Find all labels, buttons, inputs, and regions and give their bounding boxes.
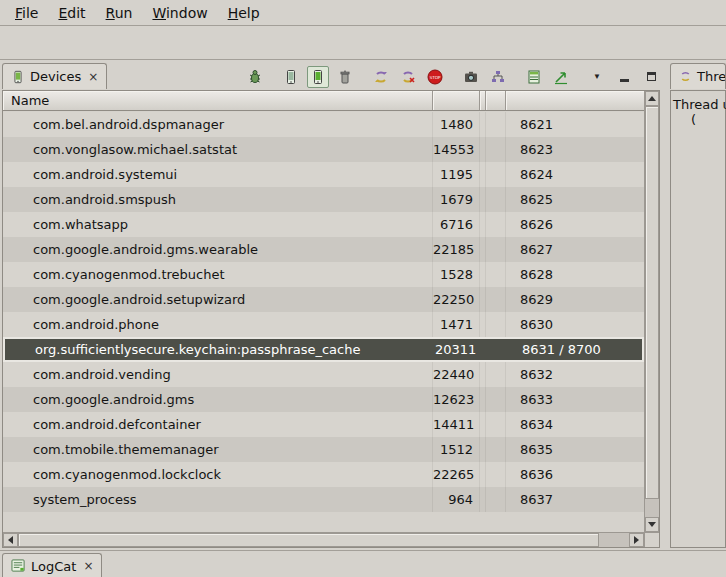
threads-message-line1: Thread up [671, 97, 725, 112]
tab-threads[interactable]: Threads × [670, 63, 726, 89]
scroll-right-button[interactable] [629, 533, 644, 547]
cell [486, 287, 506, 312]
dump-view-hierarchy-icon[interactable] [487, 66, 509, 88]
menu-window[interactable]: Window [143, 2, 216, 24]
scroll-down-button[interactable] [645, 517, 659, 532]
minimize-icon[interactable] [613, 66, 635, 88]
cell: com.android.smspush [3, 187, 433, 212]
vertical-scrollbar-thumb[interactable] [645, 106, 659, 499]
tab-logcat[interactable]: LogCat × [2, 553, 102, 577]
cell: 8623 [506, 137, 644, 162]
horizontal-scrollbar[interactable] [3, 532, 644, 547]
cell: 8630 [506, 312, 644, 337]
update-threads-icon[interactable] [370, 66, 392, 88]
threads-tabbar: Threads × [670, 63, 726, 90]
table-row[interactable]: com.android.vending224408632 [3, 362, 644, 387]
cell: com.whatsapp [3, 212, 433, 237]
table-row[interactable]: com.google.android.gms126238633 [3, 387, 644, 412]
table-row[interactable]: com.google.android.setupwizard222508629 [3, 287, 644, 312]
tab-devices[interactable]: Devices × [2, 63, 107, 89]
table-row[interactable]: com.google.android.gms.wearable221858627 [3, 237, 644, 262]
table-row[interactable]: com.whatsapp67168626 [3, 212, 644, 237]
column-header-port[interactable] [506, 91, 644, 110]
reset-adb-icon[interactable] [550, 66, 572, 88]
table-row[interactable]: com.android.defcontainer144118634 [3, 412, 644, 437]
scroll-left-button[interactable] [3, 533, 18, 547]
devices-toolbar: STOP ▼ [239, 63, 662, 90]
table-row[interactable]: com.bel.android.dspmanager14808621 [3, 112, 644, 137]
cell: 8624 [506, 162, 644, 187]
cell: com.google.android.gms [3, 387, 433, 412]
table-row[interactable]: org.sufficientlysecure.keychain:passphra… [3, 337, 644, 362]
cell: com.vonglasow.michael.satstat [3, 137, 433, 162]
screen-capture-icon[interactable] [460, 66, 482, 88]
cell: 6716 [433, 212, 480, 237]
cause-gc-icon[interactable] [334, 66, 356, 88]
menu-edit[interactable]: Edit [49, 2, 94, 24]
device-icon [11, 70, 25, 84]
tab-logcat-label: LogCat [31, 559, 76, 574]
cell: 8636 [506, 462, 644, 487]
horizontal-scrollbar-thumb[interactable] [18, 533, 599, 547]
menu-run[interactable]: Run [97, 2, 142, 24]
table-row[interactable]: com.tmobile.thememanager15128635 [3, 437, 644, 462]
cell: com.google.android.gms.wearable [3, 237, 433, 262]
cell: 8637 [506, 487, 644, 512]
cell: 22265 [433, 462, 480, 487]
maximize-icon[interactable] [640, 66, 662, 88]
vertical-scrollbar[interactable] [644, 91, 659, 532]
threads-message: Thread up ( [670, 90, 726, 548]
table-row[interactable]: com.android.systemui11958624 [3, 162, 644, 187]
cell: 1471 [433, 312, 480, 337]
cell [486, 137, 506, 162]
update-heap-icon[interactable] [280, 66, 302, 88]
tab-devices-label: Devices [30, 69, 81, 84]
close-icon[interactable]: × [88, 70, 98, 84]
view-menu-icon[interactable]: ▼ [586, 66, 608, 88]
cell: org.sufficientlysecure.keychain:passphra… [5, 339, 435, 360]
cell [486, 262, 506, 287]
cell: 12623 [433, 387, 480, 412]
cell: com.android.systemui [3, 162, 433, 187]
table-row[interactable]: com.android.phone14718630 [3, 312, 644, 337]
table-row[interactable]: com.vonglasow.michael.satstat145538623 [3, 137, 644, 162]
cell: 8632 [506, 362, 644, 387]
cell [486, 437, 506, 462]
threads-panel: Threads × Thread up ( [670, 63, 726, 548]
column-header-blank2 [486, 91, 506, 110]
menu-bar: File Edit Run Window Help [0, 0, 726, 26]
scrollbar-corner [644, 532, 659, 547]
menu-help[interactable]: Help [219, 2, 269, 24]
main-area: Devices × [0, 61, 726, 550]
devices-table: Name com.bel.android.dspmanager14808621c… [2, 90, 660, 548]
cell: com.google.android.setupwizard [3, 287, 433, 312]
cell: com.android.defcontainer [3, 412, 433, 437]
cell: 22250 [433, 287, 480, 312]
dump-hprof-icon[interactable] [307, 66, 329, 88]
table-row[interactable]: com.cyanogenmod.trebuchet15288628 [3, 262, 644, 287]
column-header-name[interactable]: Name [3, 91, 433, 110]
stop-process-icon[interactable]: STOP [424, 66, 446, 88]
ddms-window: File Edit Run Window Help Devices × [0, 0, 726, 577]
scroll-up-button[interactable] [645, 91, 659, 106]
cell: 8625 [506, 187, 644, 212]
cell: 8631 / 8700 [508, 339, 642, 360]
cell: system_process [3, 487, 433, 512]
capture-system-ui-icon[interactable] [523, 66, 545, 88]
threads-message-line2: ( [671, 112, 725, 127]
start-method-profiling-icon[interactable] [397, 66, 419, 88]
column-header-pid[interactable] [433, 91, 480, 110]
cell [486, 462, 506, 487]
cell [486, 312, 506, 337]
cell: com.cyanogenmod.lockclock [3, 462, 433, 487]
menu-file[interactable]: File [6, 2, 47, 24]
table-row[interactable]: com.android.smspush16798625 [3, 187, 644, 212]
devices-panel: Devices × [2, 63, 666, 548]
table-row[interactable]: com.cyanogenmod.lockclock222658636 [3, 462, 644, 487]
cell [486, 112, 506, 137]
table-row[interactable]: system_process9648637 [3, 487, 644, 512]
cell: 1195 [433, 162, 480, 187]
close-icon[interactable]: × [83, 559, 93, 573]
cell: 8627 [506, 237, 644, 262]
debug-process-icon[interactable] [244, 66, 266, 88]
